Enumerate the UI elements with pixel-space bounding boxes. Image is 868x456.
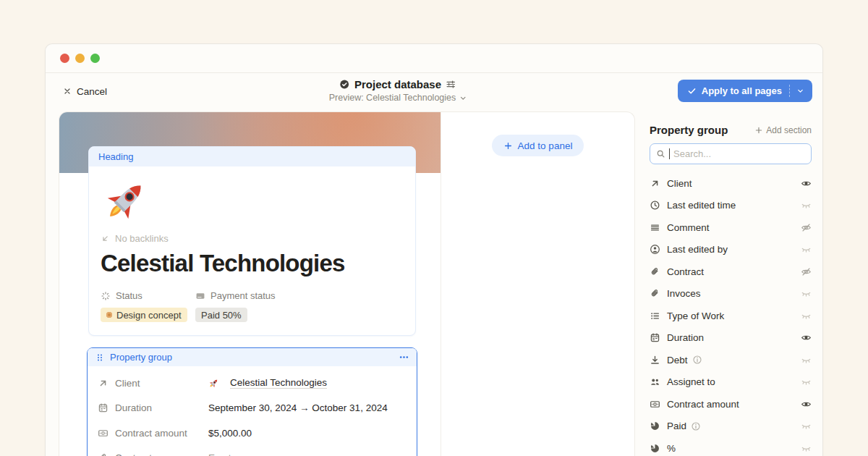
property-row-client: Client Celestial Technologies xyxy=(98,371,407,396)
calendar-icon xyxy=(98,402,109,413)
eye-closed-icon[interactable] xyxy=(801,421,812,431)
drag-handle-icon[interactable] xyxy=(95,352,105,363)
add-to-panel-button[interactable]: Add to panel xyxy=(492,135,584,156)
zoom-window-button[interactable] xyxy=(90,54,100,63)
search-icon xyxy=(656,149,665,159)
clock-icon xyxy=(650,200,660,211)
property-item-client[interactable]: Client xyxy=(650,172,812,195)
backlinks-row: No backlinks xyxy=(101,233,404,244)
eye-closed-icon[interactable] xyxy=(801,288,812,299)
contract-amount-value: $5,000.00 xyxy=(208,428,252,439)
add-to-panel-label: Add to panel xyxy=(518,140,573,151)
page-preview-column: Heading No backlinks Celestial Technolog… xyxy=(59,112,441,456)
database-title-group: Project database Preview: Celestial Tech… xyxy=(329,78,467,103)
property-item-invoces[interactable]: Invoces xyxy=(650,283,812,305)
property-item-last-edited-time[interactable]: Last edited time xyxy=(650,195,812,217)
check-icon xyxy=(687,86,697,96)
status-icon xyxy=(101,291,111,301)
backlink-arrow-icon xyxy=(101,234,110,243)
property-item-debt[interactable]: Debt xyxy=(650,349,812,371)
property-search-box[interactable] xyxy=(650,143,812,164)
eye-closed-icon[interactable] xyxy=(801,443,812,454)
apply-dropdown-chevron-icon[interactable] xyxy=(796,87,804,95)
rocket-emoji-icon xyxy=(208,378,219,389)
eye-open-icon[interactable] xyxy=(801,399,812,410)
property-item-comment[interactable]: Comment xyxy=(650,216,812,239)
eye-open-icon[interactable] xyxy=(801,332,812,343)
property-row-duration: Duration September 30, 2024 → October 31… xyxy=(98,396,407,421)
status-dot-icon xyxy=(106,312,112,318)
apply-label: Apply to all pages xyxy=(702,85,782,96)
paperclip-icon xyxy=(650,266,660,277)
eye-slash-icon[interactable] xyxy=(801,222,812,233)
bulleted-list-icon xyxy=(650,311,660,321)
property-item-type-of-work[interactable]: Type of Work xyxy=(650,305,812,327)
info-icon xyxy=(692,355,702,365)
content-area: Heading No backlinks Celestial Technolog… xyxy=(46,109,822,456)
property-group-header[interactable]: Property group xyxy=(88,348,417,366)
payment-status-label: Payment status xyxy=(210,290,276,301)
eye-open-icon[interactable] xyxy=(801,178,812,189)
property-group-title: Property group xyxy=(110,352,172,363)
plus-icon xyxy=(503,141,513,151)
arrow-up-right-icon xyxy=(98,378,109,389)
chevron-down-icon xyxy=(459,94,467,102)
paperclip-icon xyxy=(650,288,660,299)
property-item-paid[interactable]: Paid xyxy=(650,415,812,438)
window-titlebar xyxy=(46,44,822,73)
layout-settings-icon[interactable] xyxy=(446,79,456,90)
plus-icon xyxy=(754,126,763,135)
heading-properties-row: Status Design concept xyxy=(101,290,404,322)
add-section-button[interactable]: Add section xyxy=(754,125,812,135)
person-circle-icon xyxy=(650,244,660,255)
property-group-card[interactable]: Property group Client Celestial Technolo… xyxy=(87,347,417,456)
page-rocket-emoji-icon xyxy=(102,177,150,224)
button-divider xyxy=(789,85,790,97)
info-icon xyxy=(691,421,701,431)
verified-badge-icon xyxy=(339,79,350,90)
property-item-duration[interactable]: Duration xyxy=(650,327,812,350)
eye-closed-icon[interactable] xyxy=(801,376,812,387)
calendar-icon xyxy=(650,332,660,343)
heading-section-header[interactable]: Heading xyxy=(89,147,415,166)
property-item-percent[interactable]: % xyxy=(650,437,812,456)
add-section-label: Add section xyxy=(766,125,812,135)
arrow-up-right-icon xyxy=(650,178,660,189)
people-icon xyxy=(650,376,660,387)
duration-value: September 30, 2024 → October 31, 2024 xyxy=(208,402,388,413)
property-row-contract: Contract Empty xyxy=(98,446,407,456)
download-icon xyxy=(650,355,660,366)
text-cursor xyxy=(669,148,670,159)
more-options-icon[interactable] xyxy=(399,352,409,363)
eye-closed-icon[interactable] xyxy=(801,200,812,211)
text-lines-icon xyxy=(650,222,660,233)
property-item-contract-amount[interactable]: Contract amount xyxy=(650,393,812,415)
minimize-window-button[interactable] xyxy=(75,54,85,63)
eye-closed-icon[interactable] xyxy=(801,311,812,321)
property-item-last-edited-by[interactable]: Last edited by xyxy=(650,239,812,261)
apply-to-all-pages-button[interactable]: Apply to all pages xyxy=(678,80,812,102)
preview-selector[interactable]: Preview: Celestial Technologies xyxy=(329,93,467,103)
panel-right-area: Add to panel xyxy=(441,135,634,156)
property-sidebar: Property group Add section Client xyxy=(650,124,812,456)
close-window-button[interactable] xyxy=(60,54,69,63)
eye-closed-icon[interactable] xyxy=(801,355,812,366)
payment-status-badge: Paid 50% xyxy=(195,308,247,322)
toolbar: Cancel Project database Preview: Celesti… xyxy=(46,73,822,109)
cancel-button[interactable]: Cancel xyxy=(63,86,107,97)
page-preview-panel: Heading No backlinks Celestial Technolog… xyxy=(59,111,635,456)
property-row-contract-amount: Contract amount $5,000.00 xyxy=(98,421,407,446)
search-input[interactable] xyxy=(673,148,805,159)
property-list: Client Last edited time Comment xyxy=(650,172,812,456)
preview-label: Preview: Celestial Technologies xyxy=(329,93,456,103)
heading-section-card[interactable]: Heading No backlinks Celestial Technolog… xyxy=(88,146,416,336)
pie-chart-icon xyxy=(650,443,660,454)
cancel-label: Cancel xyxy=(77,86,107,97)
banknote-icon xyxy=(98,428,109,439)
eye-slash-icon[interactable] xyxy=(801,266,812,277)
client-value[interactable]: Celestial Technologies xyxy=(208,377,327,389)
property-item-contract[interactable]: Contract xyxy=(650,261,812,283)
credit-card-icon xyxy=(195,291,205,301)
property-item-assignet-to[interactable]: Assignet to xyxy=(650,371,812,394)
eye-closed-icon[interactable] xyxy=(801,244,812,255)
